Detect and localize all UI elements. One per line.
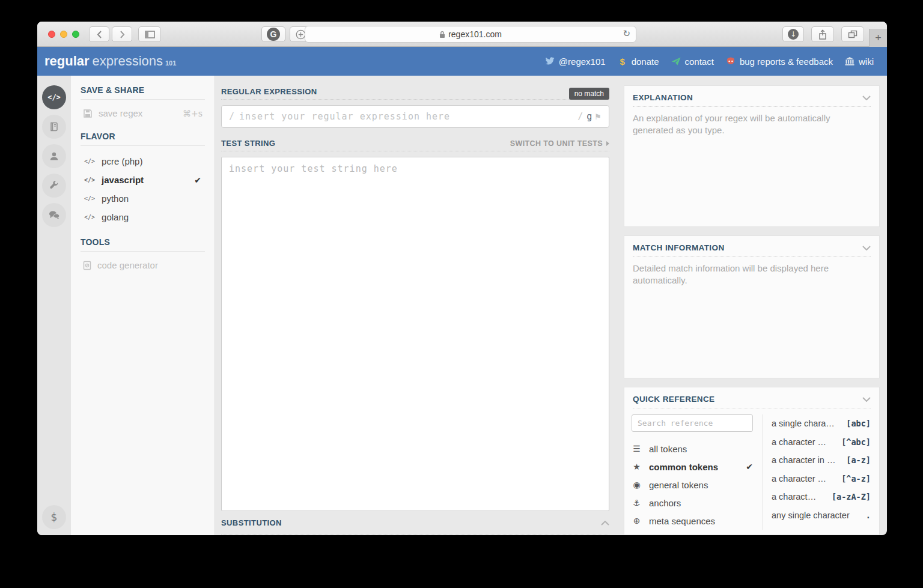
reference-entry[interactable]: any single character .	[772, 506, 871, 525]
explanation-body: An explanation of your regex will be aut…	[624, 107, 879, 142]
chevron-down-icon[interactable]	[862, 397, 871, 402]
reference-entry[interactable]: a character … [^a-z]	[772, 470, 871, 488]
quick-reference-heading: QUICK REFERENCE	[633, 395, 715, 404]
anchor-icon: ⚓	[632, 498, 642, 508]
regex-input-wrap: / / g ⚑	[221, 105, 609, 128]
bank-icon	[845, 56, 854, 66]
download-icon: ↓	[788, 29, 799, 40]
entry-label: a single chara…	[772, 419, 835, 428]
minimize-button[interactable]	[60, 31, 67, 38]
entry-code: [a-z]	[841, 455, 871, 465]
switch-to-unit-tests-button[interactable]: SWITCH TO UNIT TESTS	[510, 139, 609, 148]
reload-icon[interactable]: ↻	[623, 28, 630, 39]
flavor-item-pcre[interactable]: </> pcre (php)	[81, 152, 205, 171]
quick-reference-header[interactable]: QUICK REFERENCE	[624, 387, 879, 408]
grammarly-extension-button[interactable]: G	[261, 26, 285, 42]
category-common-tokens[interactable]: ★ common tokens ✔	[632, 458, 763, 476]
regex-flags[interactable]: g	[586, 111, 592, 122]
target-icon: ◉	[632, 480, 642, 489]
flavor-label: golang	[102, 212, 129, 222]
check-icon: ✔	[746, 462, 753, 471]
circle-plus-icon	[296, 29, 306, 40]
chevron-left-icon	[97, 31, 102, 38]
link-donate[interactable]: $ donate	[618, 56, 659, 67]
test-section-header: TEST STRING SWITCH TO UNIT TESTS	[221, 136, 609, 151]
reference-entry[interactable]: a single chara… [abc]	[772, 414, 871, 433]
chevron-down-icon[interactable]	[862, 95, 871, 100]
link-wiki-label: wiki	[859, 56, 874, 67]
share-icon	[818, 29, 827, 40]
reference-entry[interactable]: a charact… [a-zA-Z]	[772, 488, 871, 506]
back-button[interactable]	[89, 26, 109, 42]
code-icon: </>	[84, 214, 95, 220]
nav-settings-button[interactable]	[42, 174, 66, 198]
category-label: all tokens	[649, 444, 687, 454]
substitution-header[interactable]: SUBSTITUTION	[221, 511, 609, 535]
grammarly-icon: G	[267, 28, 280, 41]
test-string-heading: TEST STRING	[221, 139, 275, 148]
explanation-header[interactable]: EXPLANATION	[624, 86, 879, 106]
database-icon: ☰	[632, 444, 642, 453]
category-anchors[interactable]: ⚓ anchors	[632, 494, 763, 512]
match-information-body: Detailed match information will be displ…	[624, 257, 879, 292]
code-icon: </>	[47, 93, 61, 102]
flavor-item-python[interactable]: </> python	[81, 189, 205, 208]
link-contact[interactable]: contact	[671, 56, 714, 67]
link-wiki[interactable]: wiki	[845, 56, 874, 67]
nav-library-button[interactable]	[42, 115, 66, 139]
flavor-item-javascript[interactable]: </> javascript ✔	[81, 171, 205, 189]
quick-reference-entries: a single chara… [abc] a character … [^ab…	[763, 414, 879, 530]
match-status-badge: no match	[569, 88, 609, 100]
switch-label: SWITCH TO UNIT TESTS	[510, 139, 603, 148]
new-tab-button[interactable]: +	[869, 29, 887, 47]
link-bug-reports[interactable]: bug reports & feedback	[726, 56, 833, 67]
entry-code: [abc]	[841, 419, 871, 428]
nav-account-button[interactable]	[42, 144, 66, 168]
nav-regex-editor-button[interactable]: </>	[42, 85, 66, 109]
flag-icon[interactable]: ⚑	[594, 112, 602, 121]
flavor-item-golang[interactable]: </> golang	[81, 208, 205, 226]
category-general-tokens[interactable]: ◉ general tokens	[632, 476, 763, 494]
sponsor-button[interactable]: $	[42, 505, 66, 529]
match-information-panel: MATCH INFORMATION Detailed match informa…	[624, 235, 880, 378]
code-generator-button[interactable]: code generator	[81, 252, 205, 279]
sidebar-toggle-button[interactable]	[138, 26, 161, 42]
quick-reference-panel: QUICK REFERENCE ☰ all tokens ★	[624, 387, 880, 535]
search-reference-input[interactable]	[632, 414, 753, 432]
chat-icon	[48, 210, 60, 220]
regex-input[interactable]	[239, 111, 573, 122]
tab-overview-button[interactable]	[841, 26, 864, 42]
check-icon: ✔	[194, 175, 201, 185]
zoom-button[interactable]	[72, 31, 79, 38]
link-twitter[interactable]: @regex101	[545, 56, 606, 67]
explanation-heading: EXPLANATION	[633, 93, 693, 102]
address-bar[interactable]: regex101.com ↻	[305, 26, 636, 43]
share-button[interactable]	[811, 26, 834, 42]
chevron-up-icon[interactable]	[601, 521, 609, 526]
site-header: regular expressions 101 @regex101 $ dona…	[37, 47, 887, 76]
test-string-input[interactable]	[221, 157, 609, 511]
nav-feedback-button[interactable]	[42, 203, 66, 227]
entry-code: .	[861, 511, 871, 520]
match-information-header[interactable]: MATCH INFORMATION	[624, 236, 879, 256]
regex-section-header: REGULAR EXPRESSION no match	[221, 84, 609, 100]
github-icon	[726, 56, 736, 66]
forward-button[interactable]	[112, 26, 132, 42]
chevron-down-icon[interactable]	[862, 246, 871, 250]
close-button[interactable]	[48, 31, 55, 38]
flavor-list: </> pcre (php) </> javascript ✔ </> pyth…	[81, 146, 205, 237]
site-logo[interactable]: regular expressions 101	[44, 53, 176, 69]
category-all-tokens[interactable]: ☰ all tokens	[632, 440, 763, 458]
category-meta-sequences[interactable]: ⊕ meta sequences	[632, 512, 763, 530]
downloads-button[interactable]: ↓	[782, 26, 804, 42]
reference-entry[interactable]: a character … [^abc]	[772, 433, 871, 452]
substitution-heading: SUBSTITUTION	[221, 518, 282, 527]
save-regex-button[interactable]: save regex ⌘+s	[81, 100, 205, 132]
entry-code: [^abc]	[836, 437, 871, 447]
wrench-icon	[49, 180, 59, 191]
category-label: general tokens	[649, 480, 708, 490]
browser-toolbar: G regex101.com ↻ ↓ +	[37, 22, 887, 47]
header-links: @regex101 $ donate contact bug reports &…	[545, 56, 874, 67]
reference-entry[interactable]: a character in … [a-z]	[772, 451, 871, 470]
logo-part2: expressions	[93, 53, 163, 69]
